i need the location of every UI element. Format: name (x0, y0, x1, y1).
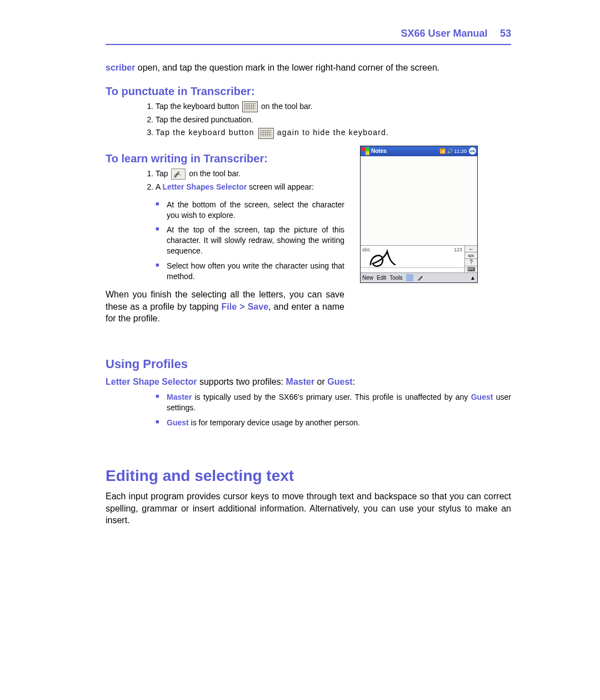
profiles-intro: Letter Shape Selector supports two profi… (106, 376, 511, 388)
pen-icon[interactable] (417, 274, 424, 281)
screenshot-titlebar: Notes 📶 🔊 11:20 ok (361, 146, 477, 156)
learn-section-row: To learn writing in Transcriber: Tap on … (106, 146, 511, 329)
profile-guest: Guest is for temporary device usage by a… (156, 418, 511, 428)
learn-step-2: A Letter Shapes Selector screen will app… (156, 182, 344, 193)
side-buttons: ← spc ? ⌨ (465, 246, 477, 272)
screenshot-bottombar: New Edit Tools ▲ (361, 273, 477, 282)
heading-learn: To learn writing in Transcriber: (106, 152, 344, 165)
signal-icon: 📶 (439, 148, 446, 154)
punctuate-step-3: Tap the keyboard button again to hide th… (156, 127, 511, 138)
learn-list: Tap on the tool bar. A Letter Shapes Sel… (106, 168, 344, 193)
menu-edit[interactable]: Edit (377, 275, 386, 281)
menu-tools[interactable]: Tools (389, 275, 402, 281)
scriber-term: scriber (106, 63, 135, 72)
intro-text: open, and tap the question mark in the l… (135, 63, 439, 72)
punctuate-step-1: Tap the keyboard button on the tool bar. (156, 101, 511, 112)
handwriting-area[interactable]: abc 123 (361, 246, 465, 272)
windows-flag-icon (362, 147, 369, 155)
123-label: 123 (454, 247, 462, 252)
learn-bullet-3: Select how often you write the character… (156, 261, 344, 282)
screenshot-input-row: abc 123 ← spc ? ⌨ (361, 246, 477, 273)
editing-paragraph: Each input program provides cursor keys … (106, 490, 511, 527)
heading-editing: Editing and selecting text (106, 467, 511, 485)
letter-shapes-icon (171, 168, 186, 180)
learn-text-column: To learn writing in Transcriber: Tap on … (106, 146, 344, 329)
profile-master: Master is typically used by the SX66's p… (156, 392, 511, 413)
learn-bullet-1: At the bottom of the screen, select the … (156, 200, 344, 221)
screenshot-canvas (361, 156, 477, 246)
learn-bullet-2: At the top of the screen, tap the pictur… (156, 225, 344, 256)
backspace-button[interactable]: ← (465, 246, 477, 252)
manual-title: SX66 User Manual (401, 28, 487, 39)
profiles-bullets: Master is typically used by the SX66's p… (106, 392, 511, 428)
learn-step-1: Tap on the tool bar. (156, 168, 344, 180)
screenshot-time: 11:20 (454, 148, 467, 154)
screenshot-status: 📶 🔊 11:20 ok (439, 147, 476, 155)
punctuate-step-2: Tap the desired punctuation. (156, 115, 511, 126)
keyboard-icon (258, 128, 274, 139)
intro-paragraph: scriber open, and tap the question mark … (106, 62, 511, 74)
heading-profiles: Using Profiles (106, 357, 511, 371)
page-number: 53 (500, 28, 511, 39)
ok-button[interactable]: ok (469, 147, 476, 155)
menu-new[interactable]: New (362, 275, 373, 281)
speaker-icon: 🔊 (447, 148, 453, 154)
keyboard-toggle-button[interactable]: ⌨ (465, 266, 477, 272)
manual-page: SX66 User Manual 53 scriber open, and ta… (0, 0, 600, 564)
help-button[interactable]: ? (465, 259, 477, 266)
heading-punctuate: To punctuate in Transcriber: (106, 85, 511, 98)
learn-finish-para: When you finish the selecting all the le… (106, 289, 344, 325)
space-button[interactable]: spc (465, 252, 477, 259)
page-header: SX66 User Manual 53 (106, 28, 511, 45)
punctuate-list: Tap the keyboard button on the tool bar.… (106, 101, 511, 139)
recording-icon[interactable] (406, 274, 413, 281)
screenshot-app-name: Notes (371, 148, 439, 154)
keyboard-icon (242, 101, 258, 112)
handwriting-stroke (366, 248, 399, 270)
learn-bullets: At the bottom of the screen, select the … (106, 200, 344, 282)
sip-icon[interactable]: ▲ (470, 275, 476, 281)
device-screenshot: Notes 📶 🔊 11:20 ok abc 123 (360, 146, 478, 283)
